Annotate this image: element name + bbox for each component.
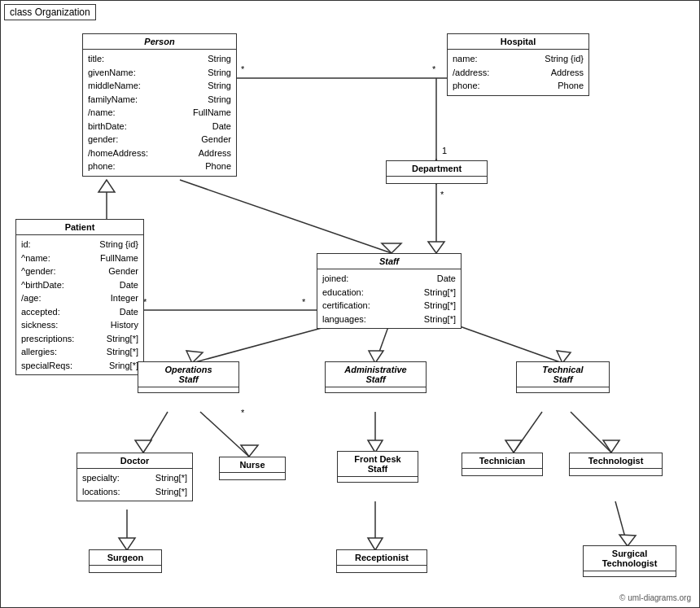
svg-marker-10 (98, 180, 115, 192)
department-title: Department (387, 161, 487, 177)
front-desk-title: Front DeskStaff (338, 452, 418, 477)
class-person: Person title:String givenName:String mid… (82, 33, 237, 177)
svg-text:*: * (440, 190, 444, 199)
technologist-body (570, 469, 662, 475)
class-receptionist: Receptionist (336, 549, 427, 573)
staff-title: Staff (317, 254, 461, 269)
doctor-body: specialty:String[*] locations:String[*] (77, 469, 192, 501)
class-department: Department (386, 160, 488, 184)
svg-marker-35 (368, 538, 383, 550)
staff-body: joined:Date education:String[*] certific… (317, 269, 461, 328)
technologist-title: Technologist (570, 453, 662, 469)
department-body (387, 177, 487, 183)
class-operations-staff: OperationsStaff (138, 361, 239, 393)
admin-staff-body (326, 387, 426, 392)
technical-staff-title: TechnicalStaff (517, 362, 609, 387)
svg-line-36 (615, 501, 628, 546)
receptionist-body (337, 566, 427, 572)
svg-text:*: * (302, 297, 306, 307)
person-body: title:String givenName:String middleName… (83, 50, 236, 176)
admin-staff-title: AdministrativeStaff (326, 362, 426, 387)
patient-title: Patient (16, 220, 143, 235)
class-doctor: Doctor specialty:String[*] locations:Str… (77, 453, 193, 501)
svg-marker-29 (505, 440, 522, 453)
svg-text:*: * (241, 408, 245, 418)
svg-text:1: 1 (442, 146, 447, 155)
class-nurse: Nurse (219, 457, 286, 480)
nurse-title: Nurse (220, 457, 285, 473)
svg-marker-12 (382, 243, 401, 253)
svg-marker-37 (619, 535, 636, 546)
svg-line-20 (448, 322, 562, 363)
copyright: © uml-diagrams.org (619, 593, 691, 602)
patient-body: id:String {id} ^name:FullName ^gender:Ge… (16, 235, 143, 374)
svg-marker-25 (241, 445, 258, 457)
class-technologist: Technologist (569, 453, 663, 476)
hospital-body: name:String {id} /address:Address phone:… (448, 50, 588, 95)
class-patient: Patient id:String {id} ^name:FullName ^g… (15, 219, 144, 375)
diagram-container: class Organization * * 1 * * * (0, 0, 700, 608)
class-admin-staff: AdministrativeStaff (325, 361, 427, 393)
receptionist-title: Receptionist (337, 550, 427, 566)
svg-line-11 (180, 180, 392, 253)
technician-body (462, 469, 542, 475)
technician-title: Technician (462, 453, 542, 469)
svg-marker-23 (135, 440, 151, 453)
svg-line-30 (571, 412, 611, 453)
frame-label: class Organization (4, 4, 96, 20)
svg-marker-8 (428, 242, 444, 253)
class-surgeon: Surgeon (89, 549, 162, 573)
operations-staff-body (138, 387, 238, 392)
surgical-tech-body (584, 571, 676, 576)
technical-staff-body (517, 387, 609, 392)
class-technician: Technician (462, 453, 543, 476)
svg-marker-31 (603, 440, 619, 453)
svg-line-24 (200, 412, 249, 457)
class-staff: Staff joined:Date education:String[*] ce… (317, 253, 462, 329)
front-desk-body (338, 477, 418, 482)
class-surgical-tech: SurgicalTechnologist (583, 545, 676, 577)
svg-line-22 (143, 412, 168, 453)
class-technical-staff: TechnicalStaff (516, 361, 610, 393)
hospital-title: Hospital (448, 34, 588, 50)
svg-text:*: * (432, 64, 436, 74)
surgeon-body (90, 566, 161, 572)
nurse-body (220, 473, 285, 479)
surgeon-title: Surgeon (90, 550, 161, 566)
doctor-title: Doctor (77, 453, 192, 469)
svg-marker-33 (119, 538, 135, 550)
surgical-tech-title: SurgicalTechnologist (584, 546, 676, 571)
person-title: Person (83, 34, 236, 50)
operations-staff-title: OperationsStaff (138, 362, 238, 387)
svg-line-28 (514, 412, 542, 453)
class-hospital: Hospital name:String {id} /address:Addre… (447, 33, 589, 96)
svg-text:*: * (241, 64, 245, 74)
class-front-desk: Front DeskStaff (337, 451, 418, 483)
